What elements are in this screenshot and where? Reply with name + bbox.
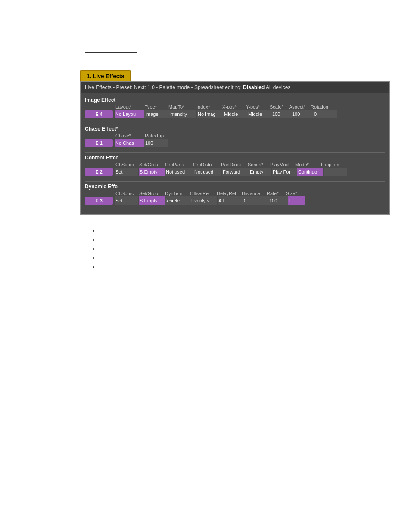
content-effect-id[interactable]: E 2 [85, 168, 113, 176]
ie-col-ypos: Y-pos* [245, 104, 269, 109]
cte-val-grpparts[interactable]: Not used [165, 168, 193, 176]
chase-effect-label: Chase Effect* [85, 126, 385, 132]
cte-col-mode: Mode* [294, 162, 320, 167]
ie-val-rotation[interactable]: 0 [313, 110, 337, 118]
ie-col-scale: Scale* [269, 104, 288, 109]
dynamic-effect-id[interactable]: E 3 [85, 197, 113, 205]
ie-val-mapto[interactable]: Intensity [168, 110, 196, 118]
de-col-rate: Rate* [266, 191, 285, 196]
live-effects-panel: Live Effects - Preset: Next: 1.0 - Palet… [80, 81, 390, 215]
cte-val-mode[interactable]: Continuo [297, 168, 323, 176]
ie-val-aspect[interactable]: 100 [291, 110, 313, 118]
de-col-setgrou: Set/Grou [138, 191, 164, 196]
ie-val-layout[interactable]: No Layou [115, 110, 144, 118]
ie-val-type[interactable]: Image [144, 110, 168, 118]
cte-col-grpparts: GrpParts [164, 162, 192, 167]
de-col-dyntem: DynTem [164, 191, 189, 196]
de-col-delayrel: DelayRel [216, 191, 241, 196]
chase-effect-id[interactable]: E 1 [85, 139, 113, 147]
cte-val-setgrou[interactable]: S:Empty [139, 168, 165, 176]
bullet-5 [99, 264, 411, 270]
bullet-1 [99, 227, 411, 234]
de-val-distance[interactable]: 0 [243, 196, 268, 205]
panel-header-text: Live Effects - Preset: Next: 1.0 - Palet… [85, 84, 243, 90]
image-effect-label: Image Effect [85, 97, 385, 103]
ie-val-index[interactable]: No Imag [197, 110, 223, 118]
cte-val-playmod[interactable]: Play For [272, 168, 297, 176]
bullet-list [99, 227, 411, 270]
ie-col-mapto: MapTo* [168, 104, 196, 109]
de-col-chsource: ChSourc [115, 191, 138, 196]
panel-header: Live Effects - Preset: Next: 1.0 - Palet… [81, 82, 389, 93]
ce-col-chase: Chase* [115, 133, 144, 138]
panel-body: Image Effect Layout* Type* MapTo* Index*… [81, 93, 389, 214]
cte-col-partdirec: PartDirec [220, 162, 247, 167]
ie-col-xpos: X-pos* [221, 104, 245, 109]
top-rule [85, 52, 137, 53]
bottom-link[interactable]: ________________ [159, 283, 209, 289]
chase-effect-row: Chase Effect* Chase* Rate/Tap E 1 No Cha… [85, 126, 385, 147]
de-val-chsource[interactable]: Set [115, 196, 138, 205]
image-effect-id[interactable]: E 4 [85, 110, 113, 118]
ie-col-rotation: Rotation [310, 104, 333, 109]
bullet-3 [99, 246, 411, 252]
image-effect-row: Image Effect Layout* Type* MapTo* Index*… [85, 97, 385, 118]
cte-val-grpdistri[interactable]: Not used [193, 168, 221, 176]
ie-val-scale[interactable]: 100 [271, 110, 291, 118]
live-effects-section: 1. Live Effects Live Effects - Preset: N… [80, 70, 390, 215]
bottom-link-section: ________________ [159, 283, 411, 289]
ie-col-layout: Layout* [115, 104, 144, 109]
panel-header-bold: Disabled [243, 84, 265, 90]
ce-val-ratetap[interactable]: 100 [144, 139, 168, 147]
dynamic-effect-label: Dynamic Effe [85, 184, 385, 190]
cte-col-setgrou: Set/Grou [138, 162, 164, 167]
content-effect-row: Content Effec ChSourc Set/Grou GrpParts … [85, 155, 385, 176]
de-col-size: Size* [285, 191, 302, 196]
de-val-size[interactable]: F [288, 196, 305, 205]
ie-col-type: Type* [144, 104, 168, 109]
ce-col-ratetap: Rate/Tap [144, 133, 168, 138]
de-val-delayrel[interactable]: All [218, 196, 243, 205]
ie-col-aspect: Aspect* [288, 104, 310, 109]
panel-header-after: All devices [265, 84, 290, 90]
cte-col-playmod: PlayMod [269, 162, 294, 167]
ie-col-index: Index* [196, 104, 221, 109]
de-col-distance: Distance [241, 191, 266, 196]
cte-val-partdirec[interactable]: Forward [222, 168, 249, 176]
cte-col-chsource: ChSourc [115, 162, 138, 167]
de-col-offsetrel: OffsetRel [189, 191, 216, 196]
de-val-rate[interactable]: 100 [268, 196, 288, 205]
cte-col-looptim: LoopTim [320, 162, 344, 167]
bullet-2 [99, 236, 411, 243]
cte-val-looptim[interactable] [324, 168, 347, 176]
de-val-offsetrel[interactable]: Evenly s [190, 196, 217, 205]
de-val-dyntem[interactable]: >circle [165, 196, 190, 205]
ce-val-chase[interactable]: No Chas [115, 139, 144, 147]
cte-col-series: Series* [247, 162, 269, 167]
de-val-setgrou[interactable]: S:Empty [139, 196, 165, 205]
cte-val-series[interactable]: Empty [249, 168, 271, 176]
bullet-4 [99, 255, 411, 261]
content-effect-label: Content Effec [85, 155, 385, 161]
ie-val-xpos[interactable]: Middle [223, 110, 247, 118]
cte-val-chsource[interactable]: Set [115, 168, 138, 176]
cte-col-grpdistri: GrpDistri [192, 162, 220, 167]
dynamic-effect-row: Dynamic Effe ChSourc Set/Grou DynTem Off… [85, 184, 385, 205]
tab-label: 1. Live Effects [87, 73, 124, 79]
ie-val-ypos[interactable]: Middle [247, 110, 271, 118]
tab-header[interactable]: 1. Live Effects [80, 70, 131, 81]
